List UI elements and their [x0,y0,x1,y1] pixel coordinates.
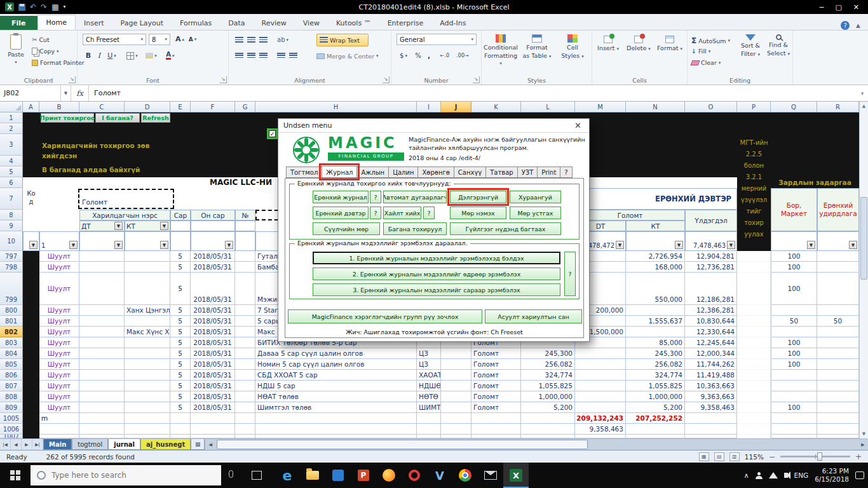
fill-color-button[interactable]: ▾ [144,50,159,61]
ribbon-tab-home[interactable]: Home [37,15,76,30]
row-header-807[interactable]: 807 [0,381,23,391]
cell-C1006[interactable] [79,424,125,435]
cell-R808[interactable] [817,391,859,402]
cell-L808[interactable]: 1,000,000 [521,391,575,402]
vertical-scrollbar[interactable]: ▲ ▼ [859,102,868,438]
cell-G803[interactable] [235,337,255,348]
dialog-tab-5[interactable]: Хөрөнгө [417,166,454,178]
ribbon-tab-enterprise[interactable]: Enterprise [379,16,432,30]
cell-E801[interactable]: 5 [170,316,191,327]
expand-formula-bar-icon[interactable]: ▾ [857,85,868,101]
ribbon-tab-view[interactable]: View [295,16,328,30]
cell-G798[interactable] [235,262,255,273]
cell-F806[interactable]: 2018/05/31 [191,370,235,381]
cell-D801[interactable] [125,316,170,327]
cell-Q1005[interactable] [771,413,817,424]
cell-N797[interactable]: 2,726,954 [626,251,685,262]
cell-C800[interactable] [79,305,125,316]
cell-O1005[interactable] [685,413,737,424]
ribbon-tab-pagelayout[interactable]: Page Layout [112,16,172,30]
cell-G1005[interactable] [235,413,255,424]
cell-I804[interactable]: ЦЗ [417,348,441,359]
column-check-button[interactable]: I багана? [95,113,140,123]
sheet-tab-togtmol[interactable]: togtmol [72,439,108,450]
cell-O1006[interactable] [685,424,737,435]
ribbon-tab-kutools[interactable]: Kutools ™ [328,16,379,30]
fit-transactions-button[interactable]: Гүйлгээг нүдэнд багтаах [450,222,561,235]
cell-Q1006[interactable] [771,424,817,435]
cell-E805[interactable]: 5 [170,359,191,370]
cell-N804[interactable]: 245,300 [626,348,685,359]
cell-B809[interactable]: Шуулт [39,402,79,413]
cell-D1006[interactable] [125,424,170,435]
cell-D798[interactable] [125,262,170,273]
taskbar-app-explorer[interactable] [300,463,325,488]
copied-range-marquee[interactable]: Голомт [78,189,174,209]
filter-dropdown-icon[interactable]: ▼ [616,241,624,249]
cut-button[interactable]: ✂Cut [32,36,50,43]
filter-dropdown-icon[interactable]: ▼ [807,241,815,249]
cell-K809[interactable]: Голомт [471,402,521,413]
clock[interactable]: 6:23 PM6/15/2018 [815,467,849,484]
cell-E806[interactable]: 5 [170,370,191,381]
row-header-5[interactable]: 5 [0,166,23,177]
cell-B808[interactable]: Шуулт [39,391,79,402]
font-name-combo[interactable]: Ch Freeset▾ [83,34,146,45]
ribbon-tab-insert[interactable]: Insert [76,16,112,30]
col-header-K[interactable]: K [471,102,521,112]
row-header-804[interactable]: 804 [0,348,23,359]
cell-N800[interactable] [626,305,685,316]
align-top-button[interactable] [234,34,245,45]
header-balance[interactable]: Үлдэгдэл [685,210,737,231]
sort-help-button[interactable]: ? [564,252,576,296]
cell-R801[interactable]: 50 [817,316,859,327]
cell-Q800[interactable] [771,305,817,316]
wrap-text-button[interactable]: Wrap Text [316,34,369,46]
network-icon[interactable] [769,472,778,478]
cell-A797[interactable] [23,251,39,262]
cell-K805[interactable]: Голомт [471,359,521,370]
cell-O805[interactable]: 11,744,262 [685,359,737,370]
zoom-level[interactable]: 115% [745,453,764,461]
cell-G797[interactable] [235,251,255,262]
add-row-button[interactable]: Мөр нэмэх [450,207,506,219]
name-box-dropdown-icon[interactable]: ▼ [61,85,71,101]
cell-R802[interactable] [817,327,859,337]
cell-Q798[interactable]: 100 [771,262,817,273]
row-header-1006[interactable]: 1006 [0,424,23,435]
minimize-button[interactable]: ─ [820,3,824,11]
accounting-format-button[interactable]: $▾ [397,50,410,61]
cell-K808[interactable]: Голомт [471,391,521,402]
cell-H804[interactable]: Даваа 5 сар сүүл цалин олгов [255,348,417,359]
cell-O802[interactable]: 12,330,644 [685,327,737,337]
help-button[interactable]: ? [370,207,381,219]
zoom-in-icon[interactable]: + [855,452,862,461]
cell-C10[interactable]: ▼ [79,231,125,251]
row-header-8[interactable]: 8 [0,210,23,220]
col-header-N[interactable]: N [626,102,685,112]
row-header-10[interactable]: 10 [0,231,23,251]
header-number[interactable]: № [235,210,255,220]
cell-P809[interactable] [737,402,771,413]
cell-R807[interactable] [817,381,859,391]
header-KT[interactable]: КТ [626,220,685,231]
cell-B1005[interactable]: m [39,413,79,424]
cell-D1005[interactable] [125,413,170,424]
cell-B805[interactable]: Шуулт [39,359,79,370]
align-middle-button[interactable] [246,34,257,45]
cell-E809[interactable]: 5 [170,402,191,413]
checkbox[interactable]: ✓ [267,128,278,139]
cell-Q805[interactable]: 100 [771,359,817,370]
row-header-803[interactable]: 803 [0,337,23,348]
help-button[interactable]: ? [370,191,381,203]
adjust-columns-button[interactable]: Багана тохируул [383,222,447,235]
cell-F1006[interactable] [191,424,235,435]
row-header-808[interactable]: 808 [0,391,23,402]
cell-C809[interactable] [79,402,125,413]
cell-P801[interactable] [737,316,771,327]
alignment-dialog-launcher-icon[interactable]: ↘ [383,76,390,83]
cell-F809[interactable]: 2018/05/31 [191,402,235,413]
vertical-scroll-thumb[interactable] [860,197,867,280]
cell-P1005[interactable] [737,413,771,424]
header-golomt-bank[interactable]: Голомт [575,210,685,220]
